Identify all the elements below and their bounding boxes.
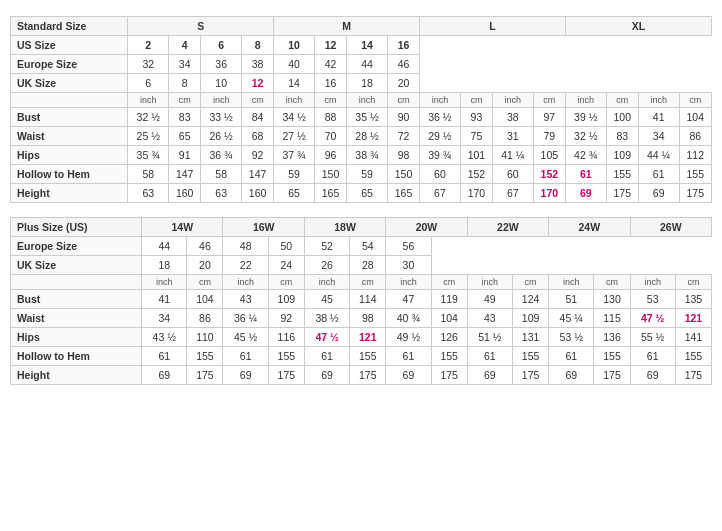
table-cell: 61 <box>549 347 594 366</box>
table-cell: 105 <box>533 146 565 165</box>
hollow-cell: 155 <box>606 165 638 184</box>
table-cell: 69 <box>223 366 268 385</box>
table-cell: 48 <box>223 237 268 256</box>
uk-size-cell: 20 <box>387 74 419 93</box>
plus-waist-cell: 115 <box>594 309 630 328</box>
table-cell: 104 <box>679 108 711 127</box>
plus-waist-cell: 36 ¼ <box>223 309 268 328</box>
unit-cell: cm <box>606 93 638 108</box>
height-cell: 65 <box>274 184 315 203</box>
table-cell: 155 <box>675 347 711 366</box>
plus-hips-cell: 47 ½ <box>304 328 349 347</box>
table-cell: 32 ½ <box>565 127 606 146</box>
table-cell: Waist <box>11 127 128 146</box>
table-cell: 69 <box>549 366 594 385</box>
table-cell: 114 <box>350 290 386 309</box>
plus-hips-cell: 126 <box>431 328 467 347</box>
table-cell: 98 <box>387 146 419 165</box>
plus-hips-cell: 45 ½ <box>223 328 268 347</box>
hollow-cell: 61 <box>565 165 606 184</box>
height-cell: 67 <box>420 184 461 203</box>
table-cell: 36 ¾ <box>201 146 242 165</box>
table-cell: 50 <box>268 237 304 256</box>
plus-size-header-cell: 22W <box>467 218 548 237</box>
table-cell: 65 <box>169 127 201 146</box>
plus-waist-cell: 43 <box>467 309 512 328</box>
table-cell: 70 <box>314 127 346 146</box>
standard-size-label-header: Standard Size <box>11 17 128 36</box>
plus-hips-cell: 49 ½ <box>386 328 431 347</box>
table-cell: 88 <box>314 108 346 127</box>
table-cell: 51 <box>549 290 594 309</box>
table-cell: 68 <box>241 127 273 146</box>
table-cell: 119 <box>431 290 467 309</box>
table-cell: 175 <box>675 366 711 385</box>
table-cell: 35 ½ <box>347 108 388 127</box>
height-cell: 63 <box>128 184 169 203</box>
table-cell: 27 ½ <box>274 127 315 146</box>
unit-cell: inch <box>142 275 187 290</box>
plus-waist-cell: 121 <box>675 309 711 328</box>
table-cell: 44 <box>347 55 388 74</box>
table-cell: 155 <box>350 347 386 366</box>
plus-waist-cell: Waist <box>11 309 142 328</box>
table-cell: 175 <box>268 366 304 385</box>
hollow-cell: 155 <box>679 165 711 184</box>
plus-waist-cell: 86 <box>187 309 223 328</box>
table-cell: 28 ½ <box>347 127 388 146</box>
height-cell: 175 <box>606 184 638 203</box>
plus-waist-cell: 47 ½ <box>630 309 675 328</box>
table-cell: Bust <box>11 290 142 309</box>
uk-size-cell: 18 <box>347 74 388 93</box>
table-cell: 53 <box>630 290 675 309</box>
plus-size-header-cell: 20W <box>386 218 467 237</box>
table-cell: 92 <box>241 146 273 165</box>
plus-waist-cell: 98 <box>350 309 386 328</box>
uk-size-cell: 8 <box>169 74 201 93</box>
table-cell: 41 <box>638 108 679 127</box>
unit-cell: inch <box>638 93 679 108</box>
uk-size-cell: 12 <box>241 74 273 93</box>
table-cell: 41 ¼ <box>493 146 534 165</box>
table-cell: 39 ¾ <box>420 146 461 165</box>
table-cell: 79 <box>533 127 565 146</box>
table-cell: Bust <box>11 108 128 127</box>
unit-cell: inch <box>420 93 461 108</box>
height-cell: 175 <box>679 184 711 203</box>
table-cell: 175 <box>350 366 386 385</box>
plus-hips-cell: 121 <box>350 328 386 347</box>
table-cell: 46 <box>387 55 419 74</box>
us-size-cell: 6 <box>201 36 242 55</box>
hollow-cell: Hollow to Hem <box>11 165 128 184</box>
height-cell: 160 <box>241 184 273 203</box>
table-cell: 104 <box>187 290 223 309</box>
plus-size-header-cell: 14W <box>142 218 223 237</box>
table-cell: 42 ¾ <box>565 146 606 165</box>
table-cell: 75 <box>460 127 492 146</box>
table-cell: Hollow to Hem <box>11 347 142 366</box>
unit-cell: inch <box>304 275 349 290</box>
uk-size-cell: 16 <box>314 74 346 93</box>
unit-cell: cm <box>350 275 386 290</box>
height-cell: 69 <box>638 184 679 203</box>
table-cell: 84 <box>241 108 273 127</box>
table-cell: 175 <box>513 366 549 385</box>
table-cell: 155 <box>187 347 223 366</box>
plus-size-header-cell: 26W <box>630 218 712 237</box>
table-cell: 28 <box>350 256 386 275</box>
hollow-cell: 58 <box>201 165 242 184</box>
hollow-cell: 150 <box>387 165 419 184</box>
table-cell: 61 <box>630 347 675 366</box>
table-cell: 54 <box>350 237 386 256</box>
plus-waist-cell: 38 ½ <box>304 309 349 328</box>
uk-size-cell: 6 <box>128 74 169 93</box>
table-cell: 90 <box>387 108 419 127</box>
table-cell: 61 <box>386 347 431 366</box>
height-cell: Height <box>11 184 128 203</box>
unit-cell: cm <box>169 93 201 108</box>
plus-hips-cell: 110 <box>187 328 223 347</box>
us-size-cell: 14 <box>347 36 388 55</box>
plus-hips-cell: 136 <box>594 328 630 347</box>
height-cell: 67 <box>493 184 534 203</box>
hollow-cell: 152 <box>460 165 492 184</box>
